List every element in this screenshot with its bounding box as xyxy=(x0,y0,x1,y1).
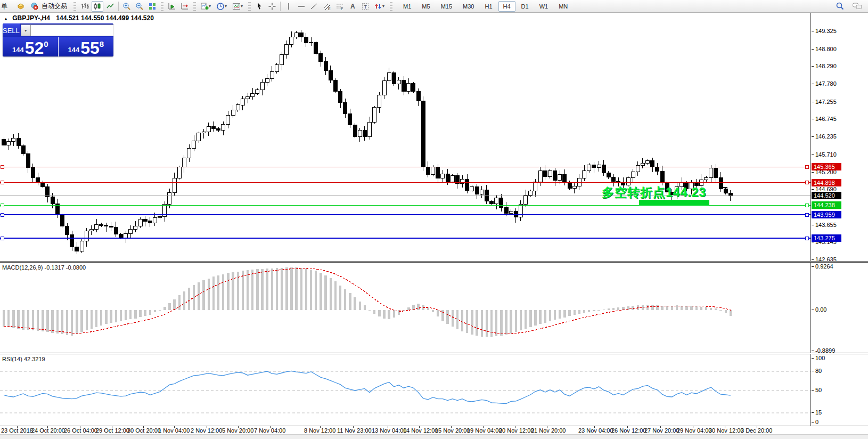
zoom-out-button[interactable] xyxy=(134,1,145,12)
time-axis-label: 29 Nov 04:00 xyxy=(677,427,711,434)
collapse-icon[interactable]: ▲ xyxy=(4,17,8,21)
zoom-in-icon xyxy=(122,2,131,11)
timeframe-m5[interactable]: M5 xyxy=(417,1,435,12)
channel-tool[interactable]: E xyxy=(321,1,333,12)
chart-shift-button[interactable] xyxy=(179,1,191,12)
fibonacci-tool[interactable]: F xyxy=(334,1,346,12)
candlestick-chart-button[interactable] xyxy=(92,1,103,12)
buy-price-display[interactable]: 144 55 8 xyxy=(59,37,114,56)
trendline-icon xyxy=(310,2,318,11)
text-tool[interactable]: A xyxy=(347,1,358,12)
vertical-line-tool[interactable] xyxy=(283,1,294,12)
price-axis[interactable]: 149.325148.800148.290147.780147.255146.7… xyxy=(810,13,868,426)
periods-button[interactable]: ▾ xyxy=(215,1,230,12)
toolbar-grip xyxy=(193,2,196,11)
timeframe-d1[interactable]: D1 xyxy=(517,1,534,12)
axis-tick-label: 147.255 xyxy=(815,99,837,105)
axis-tick-label: 146.745 xyxy=(815,116,837,122)
time-axis-label: 30 Oct 20:00 xyxy=(127,427,161,434)
line-chart-button[interactable] xyxy=(104,1,116,12)
axis-tick-label: 148.290 xyxy=(815,63,837,69)
bar-chart-button[interactable] xyxy=(79,1,91,12)
symbol-timeframe-label: GBPJPY-,H4 xyxy=(12,14,50,22)
timeframe-mn[interactable]: MN xyxy=(554,1,572,12)
axis-tick-label: 149.325 xyxy=(815,28,837,34)
time-axis-label: 2 Nov 12:00 xyxy=(191,427,222,434)
price-line-badge[interactable]: 145.365 xyxy=(812,163,841,170)
arrows-tool[interactable]: ▾ xyxy=(372,1,387,12)
main-chart-canvas[interactable] xyxy=(0,13,810,261)
axis-tick-label: 100 xyxy=(815,355,825,361)
templates-button[interactable]: ▾ xyxy=(231,1,245,12)
cursor-icon xyxy=(255,2,264,11)
timeframe-h4[interactable]: H4 xyxy=(498,1,515,12)
zoom-out-icon xyxy=(135,2,144,11)
new-order-label: 下单 xyxy=(2,3,7,10)
time-axis-label: 26 Oct 04:00 xyxy=(64,427,97,434)
sell-button[interactable]: SELL xyxy=(3,23,20,37)
time-axis-label: 5 Nov 20:00 xyxy=(222,427,253,434)
timeframe-m15[interactable]: M15 xyxy=(436,1,457,12)
pane-separator[interactable] xyxy=(0,353,868,354)
svg-text:T: T xyxy=(364,4,367,9)
new-order-button[interactable]: 下单 xyxy=(1,1,14,12)
price-line-badge[interactable]: 143.275 xyxy=(812,234,841,242)
time-axis[interactable]: 23 Oct 201824 Oct 20:0026 Oct 04:0029 Oc… xyxy=(0,426,868,434)
cursor-button[interactable] xyxy=(253,1,265,12)
price-line-badge[interactable]: 144.520 xyxy=(812,192,841,199)
chevron-down-icon: ▾ xyxy=(225,4,227,9)
horizontal-line-tool[interactable] xyxy=(296,1,307,12)
auto-scroll-button[interactable] xyxy=(166,1,178,12)
search-button[interactable] xyxy=(834,1,846,12)
annotation-highlight-bar[interactable] xyxy=(639,200,709,206)
zoom-in-button[interactable] xyxy=(121,1,133,12)
bar-chart-icon xyxy=(80,2,89,11)
chevron-down-icon: ▾ xyxy=(241,4,243,9)
time-axis-label: 14 Nov 12:00 xyxy=(403,427,438,434)
pane-separator[interactable] xyxy=(0,261,868,263)
chevron-down-icon: ▾ xyxy=(209,4,211,9)
text-label-icon: T xyxy=(361,2,370,11)
clock-icon xyxy=(216,2,225,11)
chart-annotation-text[interactable]: 多空转折点144.23 xyxy=(602,184,706,201)
tile-windows-icon xyxy=(148,2,157,11)
sell-price-display[interactable]: 144 52 0 xyxy=(3,37,59,56)
rsi-pane-canvas[interactable] xyxy=(0,354,810,426)
tile-windows-button[interactable] xyxy=(146,1,158,12)
chevron-down-icon: ▾ xyxy=(382,4,384,9)
rsi-indicator-label: RSI(14) 42.3219 xyxy=(2,356,45,362)
indicators-button[interactable]: ▾ xyxy=(199,1,214,12)
time-axis-label: 23 Oct 2018 xyxy=(1,427,33,434)
timeframe-m1[interactable]: M1 xyxy=(398,1,416,12)
crosshair-button[interactable] xyxy=(266,1,278,12)
time-axis-label: 29 Oct 12:00 xyxy=(96,427,129,434)
price-line-badge[interactable]: 144.898 xyxy=(812,179,841,186)
crosshair-icon xyxy=(268,2,276,11)
time-axis-label: 15 Nov 20:00 xyxy=(435,427,470,434)
autotrading-icon xyxy=(30,2,39,11)
axis-tick-label: 0 xyxy=(815,419,818,425)
timeframe-w1[interactable]: W1 xyxy=(535,1,553,12)
trendline-tool[interactable] xyxy=(308,1,320,12)
time-axis-label: 13 Nov 04:00 xyxy=(372,427,406,434)
time-axis-label: 7 Nov 04:00 xyxy=(254,427,285,434)
autotrading-button[interactable]: 自动交易 xyxy=(28,1,71,12)
price-line-badge[interactable]: 144.238 xyxy=(812,201,841,209)
toolbar-grip xyxy=(248,2,251,11)
chat-button[interactable] xyxy=(851,1,863,12)
add-indicator-icon xyxy=(200,2,209,11)
axis-tick-label: 80 xyxy=(815,368,822,374)
macd-indicator-label: MACD(12,26,9) -0.1317 -0.0800 xyxy=(2,264,86,271)
fibonacci-icon: F xyxy=(335,2,344,11)
template-icon xyxy=(232,2,241,11)
price-line-badge[interactable]: 143.959 xyxy=(812,211,841,218)
axis-tick-label: 15 xyxy=(815,409,822,416)
timeframe-m30[interactable]: M30 xyxy=(458,1,479,12)
toolbar-grip xyxy=(390,2,392,11)
volume-decrease-button[interactable]: ▼ xyxy=(21,25,31,36)
text-label-tool[interactable]: T xyxy=(359,1,371,12)
volume-input[interactable] xyxy=(31,25,113,36)
open-order-button[interactable] xyxy=(15,1,27,12)
timeframe-h1[interactable]: H1 xyxy=(480,1,497,12)
macd-pane-canvas[interactable] xyxy=(0,263,810,353)
